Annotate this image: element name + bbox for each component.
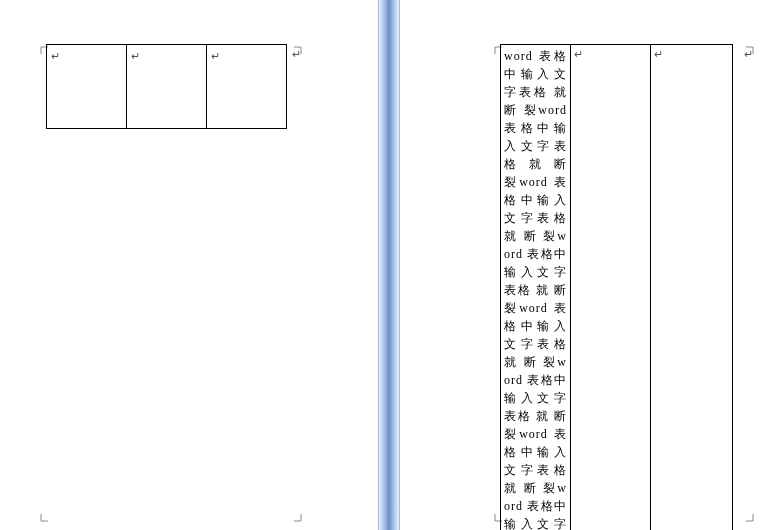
table-right[interactable]: word 表格中输入文字表格 就 断 裂word 表格中输入文字表格 就 断 裂… — [500, 44, 733, 530]
paragraph-mark-icon: ↵ — [654, 48, 663, 61]
page-gutter — [378, 0, 400, 530]
corner-mark-br — [294, 514, 308, 528]
paragraph-mark-icon: ↵ — [211, 50, 220, 63]
table-cell[interactable]: ↵ — [571, 45, 651, 531]
table-left[interactable]: ↵ ↵ ↵ — [46, 44, 287, 129]
table-row: word 表格中输入文字表格 就 断 裂word 表格中输入文字表格 就 断 裂… — [501, 45, 733, 531]
corner-mark-br — [746, 514, 760, 528]
table-cell[interactable]: ↵ — [127, 45, 207, 129]
paragraph-mark-icon: ↵ — [574, 48, 583, 61]
page-right: word 表格中输入文字表格 就 断 裂word 表格中输入文字表格 就 断 裂… — [400, 0, 764, 530]
row-end-mark-icon: ↵ — [292, 48, 301, 61]
table-cell[interactable]: ↵ — [207, 45, 287, 129]
table-cell[interactable]: ↵ — [651, 45, 733, 531]
corner-mark-bl — [34, 514, 48, 528]
table-cell[interactable]: word 表格中输入文字表格 就 断 裂word 表格中输入文字表格 就 断 裂… — [501, 45, 571, 531]
table-cell[interactable]: ↵ — [47, 45, 127, 129]
paragraph-mark-icon: ↵ — [51, 50, 60, 63]
table-row: ↵ ↵ ↵ — [47, 45, 287, 129]
row-end-mark-icon: ↵ — [744, 48, 753, 61]
page-left: ↵ ↵ ↵ ↵ — [0, 0, 378, 530]
cell-text: word 表格中输入文字表格 就 断 裂word 表格中输入文字表格 就 断 裂… — [504, 47, 567, 530]
paragraph-mark-icon: ↵ — [131, 50, 140, 63]
